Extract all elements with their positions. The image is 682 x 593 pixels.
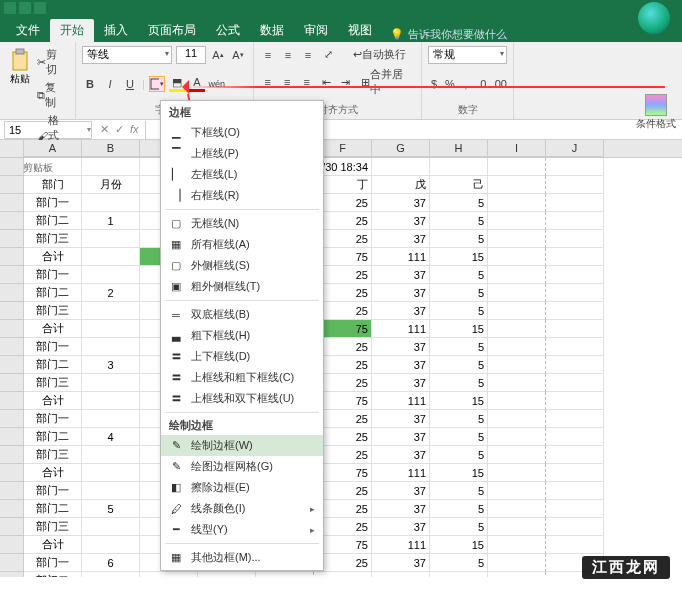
cell[interactable] xyxy=(546,536,604,554)
cell[interactable] xyxy=(488,230,546,248)
cell[interactable]: 4 xyxy=(82,428,140,446)
cell[interactable]: 5 xyxy=(430,212,488,230)
cell[interactable]: 部门三 xyxy=(24,230,82,248)
cell[interactable] xyxy=(546,212,604,230)
cell[interactable]: 37 xyxy=(372,374,430,392)
cell[interactable] xyxy=(488,392,546,410)
cell[interactable] xyxy=(82,266,140,284)
cell[interactable]: 5 xyxy=(430,572,488,577)
cell[interactable]: 部门 xyxy=(24,176,82,194)
cell[interactable]: 部门二 xyxy=(24,428,82,446)
cell[interactable] xyxy=(488,500,546,518)
cell[interactable]: 3 xyxy=(140,572,198,577)
cell[interactable] xyxy=(82,158,140,176)
border-outside-item[interactable]: ▢外侧框线(S) xyxy=(161,255,323,276)
row-header[interactable] xyxy=(0,212,24,230)
bold-button[interactable]: B xyxy=(82,76,98,92)
cell[interactable]: 合计 xyxy=(24,248,82,266)
decrease-font-button[interactable]: A▾ xyxy=(230,47,246,63)
cell[interactable]: 37 xyxy=(372,446,430,464)
cell[interactable]: 部门一 xyxy=(24,554,82,572)
row-header[interactable] xyxy=(0,392,24,410)
cell[interactable]: 部门二 xyxy=(24,284,82,302)
tab-insert[interactable]: 插入 xyxy=(94,19,138,42)
row-header[interactable] xyxy=(0,374,24,392)
row-header[interactable] xyxy=(0,410,24,428)
cell[interactable]: 25 xyxy=(314,572,372,577)
dec-decimal-button[interactable]: .00 xyxy=(492,76,507,92)
italic-button[interactable]: I xyxy=(102,76,118,92)
row-header[interactable] xyxy=(0,158,24,176)
cell[interactable] xyxy=(430,158,488,176)
cell[interactable] xyxy=(488,410,546,428)
cell[interactable] xyxy=(82,320,140,338)
border-thick-outside-item[interactable]: ▣粗外侧框线(T) xyxy=(161,276,323,297)
cell[interactable]: 部门一 xyxy=(24,266,82,284)
cell[interactable]: 37 xyxy=(372,356,430,374)
cell[interactable]: 5 xyxy=(430,302,488,320)
font-size-select[interactable]: 11 xyxy=(176,46,206,64)
cell[interactable] xyxy=(488,212,546,230)
cell[interactable] xyxy=(488,518,546,536)
col-header-I[interactable]: I xyxy=(488,140,546,157)
cell[interactable]: 部门二 xyxy=(24,212,82,230)
cell[interactable]: 部门三 xyxy=(24,518,82,536)
paste-button[interactable]: 粘贴 xyxy=(6,46,34,102)
align-middle-button[interactable]: ≡ xyxy=(280,47,296,63)
cell[interactable] xyxy=(82,410,140,428)
row-header[interactable] xyxy=(0,284,24,302)
more-borders-item[interactable]: ▦其他边框(M)... xyxy=(161,547,323,568)
conditional-format-button[interactable]: 条件格式 xyxy=(636,94,676,131)
erase-border-item[interactable]: ◧擦除边框(E) xyxy=(161,477,323,498)
border-top-thick-bottom-item[interactable]: 〓上框线和粗下框线(C) xyxy=(161,367,323,388)
row-header[interactable] xyxy=(0,446,24,464)
cell[interactable] xyxy=(546,266,604,284)
cell[interactable] xyxy=(546,446,604,464)
row-header[interactable] xyxy=(0,428,24,446)
cell[interactable]: 5 xyxy=(430,428,488,446)
cell[interactable] xyxy=(488,158,546,176)
tab-layout[interactable]: 页面布局 xyxy=(138,19,206,42)
border-double-bottom-item[interactable]: ═双底框线(B) xyxy=(161,304,323,325)
align-center-button[interactable]: ≡ xyxy=(280,74,296,90)
border-all-item[interactable]: ▦所有框线(A) xyxy=(161,234,323,255)
draw-border-grid-item[interactable]: ✎绘图边框网格(G) xyxy=(161,456,323,477)
tab-data[interactable]: 数据 xyxy=(250,19,294,42)
cell[interactable]: 5 xyxy=(430,554,488,572)
cell[interactable] xyxy=(488,248,546,266)
row-header[interactable] xyxy=(0,230,24,248)
cell[interactable] xyxy=(546,176,604,194)
cell[interactable]: 5 xyxy=(430,410,488,428)
cell[interactable]: 5 xyxy=(430,356,488,374)
row-header[interactable] xyxy=(0,338,24,356)
cell[interactable]: 部门三 xyxy=(24,374,82,392)
col-header-J[interactable]: J xyxy=(546,140,604,157)
tab-formula[interactable]: 公式 xyxy=(206,19,250,42)
cell[interactable] xyxy=(546,194,604,212)
percent-button[interactable]: % xyxy=(444,76,456,92)
cell[interactable]: 5 xyxy=(430,230,488,248)
cell[interactable]: 月份 xyxy=(82,176,140,194)
indent-dec-button[interactable]: ⇤ xyxy=(319,74,335,90)
cell[interactable]: 5 xyxy=(430,518,488,536)
row-header[interactable] xyxy=(0,302,24,320)
cell[interactable]: 15 xyxy=(430,320,488,338)
cell[interactable] xyxy=(82,194,140,212)
row-header[interactable] xyxy=(0,266,24,284)
tab-home[interactable]: 开始 xyxy=(50,19,94,42)
cell[interactable]: 37 xyxy=(372,572,430,577)
cell[interactable]: 5 xyxy=(430,374,488,392)
cut-button[interactable]: ✂剪切 xyxy=(34,46,69,78)
border-right-item[interactable]: ▕右框线(R) xyxy=(161,185,323,206)
cell[interactable] xyxy=(82,248,140,266)
cell[interactable]: 37 xyxy=(372,284,430,302)
cell[interactable] xyxy=(488,572,546,577)
cell[interactable]: 合计 xyxy=(24,464,82,482)
align-bottom-button[interactable]: ≡ xyxy=(300,47,316,63)
cell[interactable] xyxy=(546,464,604,482)
row-header[interactable] xyxy=(0,356,24,374)
cell[interactable]: 部门二 xyxy=(24,572,82,577)
cell[interactable] xyxy=(24,158,82,176)
currency-button[interactable]: $ xyxy=(428,76,440,92)
cell[interactable]: 111 xyxy=(372,536,430,554)
